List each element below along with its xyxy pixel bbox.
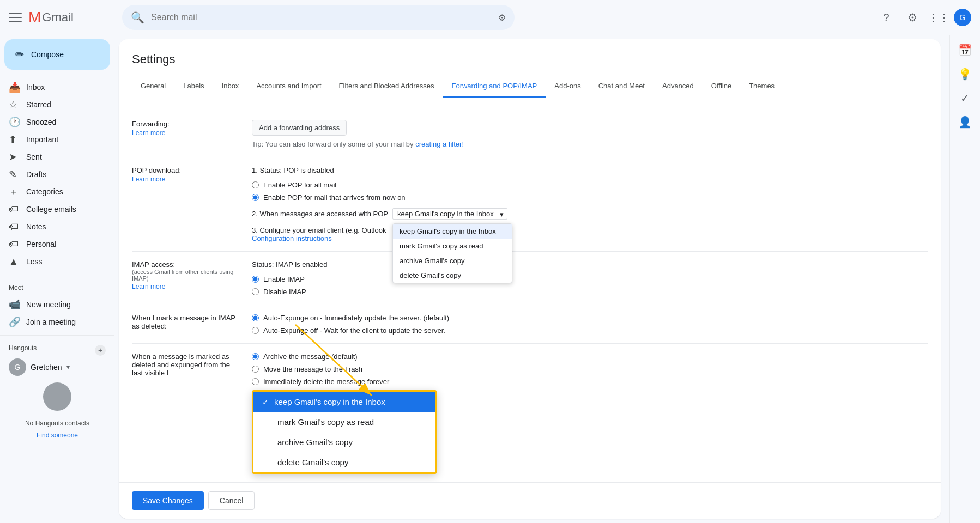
imap-value: Status: IMAP is enabled Enable IMAP Disa…: [252, 260, 928, 296]
settings-header: Settings General Labels Inbox Accounts a…: [119, 39, 941, 98]
pop-option1[interactable]: Enable POP for all mail: [252, 181, 928, 189]
imap-trash-option[interactable]: Move the message to the Trash: [252, 365, 928, 373]
sidebar-item-categories[interactable]: ＋ Categories: [0, 183, 106, 200]
settings-title: Settings: [132, 52, 928, 66]
large-opt-delete[interactable]: delete Gmail's copy: [253, 452, 435, 472]
pop-config-link[interactable]: Configuration instructions: [252, 234, 332, 242]
imap-enable-option[interactable]: Enable IMAP: [252, 275, 928, 283]
tab-addons[interactable]: Add-ons: [546, 75, 589, 98]
pop-value: 1. Status: POP is disabled Enable POP fo…: [252, 166, 928, 242]
apps-icon[interactable]: ⋮⋮: [928, 7, 949, 28]
search-icon: 🔍: [131, 11, 144, 24]
inbox-icon: 📥: [9, 81, 20, 93]
imap-expunge-off[interactable]: Auto-Expunge off - Wait for the client t…: [252, 326, 928, 335]
keep-icon[interactable]: 💡: [954, 63, 976, 85]
checkmark-icon: ✓: [262, 398, 269, 406]
pop-radio-group: Enable POP for all mail Enable POP for m…: [252, 181, 928, 202]
settings-tabs: General Labels Inbox Accounts and Import…: [132, 75, 928, 98]
imap-disable-option[interactable]: Disable IMAP: [252, 288, 928, 296]
pop-option2[interactable]: Enable POP for mail that arrives from no…: [252, 193, 928, 202]
find-someone-link[interactable]: Find someone: [9, 431, 106, 439]
imap-expunge-group: Auto-Expunge on - Immediately update the…: [252, 314, 928, 335]
sidebar-item-notes[interactable]: 🏷 Notes: [0, 218, 106, 235]
sidebar-item-snoozed[interactable]: 🕐 Snoozed: [0, 113, 106, 131]
contacts-icon[interactable]: 👤: [954, 111, 976, 133]
sidebar-item-label: College emails: [26, 205, 76, 214]
compose-button[interactable]: ✏ Compose: [4, 39, 110, 70]
imap-expunge-off-radio[interactable]: [252, 327, 259, 334]
hangout-user-item[interactable]: G Gretchen ▾: [9, 356, 106, 378]
avatar[interactable]: G: [954, 9, 971, 26]
sidebar-item-less[interactable]: ▲ Less: [0, 253, 106, 270]
search-options-icon[interactable]: ⚙: [498, 13, 506, 23]
forwarding-value: Add a forwarding address Tip: You can al…: [252, 120, 928, 148]
sidebar-item-starred[interactable]: ☆ Starred: [0, 96, 106, 113]
sidebar-item-inbox[interactable]: 📥 Inbox: [0, 78, 106, 96]
sidebar-item-label: Less: [26, 257, 43, 266]
tab-themes[interactable]: Themes: [740, 75, 783, 98]
pop-small-dropdown[interactable]: keep Gmail's copy in the Inbox keep Gmai…: [392, 208, 507, 220]
large-opt-archive[interactable]: archive Gmail's copy: [253, 432, 435, 452]
menu-icon[interactable]: [9, 11, 22, 24]
imap-expunge-on[interactable]: Auto-Expunge on - Immediately update the…: [252, 314, 928, 322]
sidebar-item-personal[interactable]: 🏷 Personal: [0, 235, 106, 253]
pop-opt-keep[interactable]: keep Gmail's copy in the Inbox: [393, 224, 512, 239]
sent-icon: ➤: [9, 151, 20, 163]
calendar-icon[interactable]: 📅: [954, 39, 976, 61]
add-forwarding-button[interactable]: Add a forwarding address: [252, 120, 347, 136]
search-bar[interactable]: 🔍 ⚙: [122, 5, 515, 30]
tab-advanced[interactable]: Advanced: [654, 75, 703, 98]
settings-icon[interactable]: ⚙: [902, 7, 923, 28]
video-icon: 📹: [9, 299, 20, 311]
large-opt-keep[interactable]: ✓ keep Gmail's copy in the Inbox: [253, 392, 435, 412]
tab-offline[interactable]: Offline: [703, 75, 740, 98]
tasks-icon[interactable]: ✓: [954, 87, 976, 109]
help-icon[interactable]: ?: [875, 7, 897, 28]
personal-icon: 🏷: [9, 239, 20, 250]
tab-accounts[interactable]: Accounts and Import: [247, 75, 330, 98]
imap-archive-radio[interactable]: [252, 353, 259, 360]
pop-learn-more[interactable]: Learn more: [132, 175, 239, 183]
imap-expunge-on-radio[interactable]: [252, 314, 259, 321]
imap-archive-option[interactable]: Archive the message (default): [252, 352, 928, 361]
imap-enable-radio[interactable]: [252, 276, 259, 283]
sidebar-item-sent[interactable]: ➤ Sent: [0, 148, 106, 166]
topbar: M Gmail 🔍 ⚙ ? ⚙ ⋮⋮ G: [0, 0, 980, 35]
pop-small-dropdown-menu: keep Gmail's copy in the Inbox mark Gmai…: [392, 223, 512, 283]
tab-inbox[interactable]: Inbox: [213, 75, 248, 98]
pop-option2-radio[interactable]: [252, 194, 259, 201]
sidebar-item-drafts[interactable]: ✎ Drafts: [0, 166, 106, 183]
large-opt-read[interactable]: mark Gmail's copy as read: [253, 412, 435, 432]
imap-trash-radio[interactable]: [252, 366, 259, 373]
pop-opt-archive[interactable]: archive Gmail's copy: [393, 253, 512, 268]
pop-opt-read[interactable]: mark Gmail's copy as read: [393, 239, 512, 253]
search-input[interactable]: [151, 13, 498, 22]
pop-when-label: 2. When messages are accessed with POP k…: [252, 208, 928, 220]
forwarding-learn-more[interactable]: Learn more: [132, 129, 239, 137]
cancel-button[interactable]: Cancel: [208, 491, 255, 510]
sidebar-item-join-meeting[interactable]: 🔗 Join a meeting: [0, 313, 106, 331]
tab-filters[interactable]: Filters and Blocked Addresses: [330, 75, 443, 98]
imap-delete-forever-radio[interactable]: [252, 378, 259, 385]
creating-filter-link[interactable]: creating a filter!: [415, 140, 464, 148]
tab-chat[interactable]: Chat and Meet: [590, 75, 654, 98]
pop-option1-radio[interactable]: [252, 181, 259, 188]
tab-general[interactable]: General: [132, 75, 174, 98]
sidebar-item-label: Starred: [26, 100, 51, 109]
sidebar-item-label: Important: [26, 135, 58, 144]
tab-labels[interactable]: Labels: [174, 75, 213, 98]
imap-disable-radio[interactable]: [252, 288, 259, 295]
sidebar-item-important[interactable]: ⬆ Important: [0, 131, 106, 148]
save-changes-button[interactable]: Save Changes: [132, 491, 204, 510]
pop-small-dropdown-trigger[interactable]: keep Gmail's copy in the Inbox: [392, 208, 507, 220]
footer-buttons: Save Changes Cancel: [119, 482, 941, 519]
imap-delete-forever-option[interactable]: Immediately delete the message forever: [252, 378, 928, 386]
sidebar-item-new-meeting[interactable]: 📹 New meeting: [0, 296, 106, 313]
pop-opt-delete[interactable]: delete Gmail's copy: [393, 268, 512, 283]
imap-learn-more[interactable]: Learn more: [132, 283, 239, 290]
tab-forwarding[interactable]: Forwarding and POP/IMAP: [443, 75, 546, 98]
sidebar-item-college-emails[interactable]: 🏷 College emails: [0, 200, 106, 218]
add-hangout-button[interactable]: +: [95, 345, 106, 356]
large-dropdown-popup[interactable]: ✓ keep Gmail's copy in the Inbox mark Gm…: [252, 390, 437, 474]
imap-deleted-label: When I mark a message in IMAP as deleted…: [132, 314, 252, 335]
